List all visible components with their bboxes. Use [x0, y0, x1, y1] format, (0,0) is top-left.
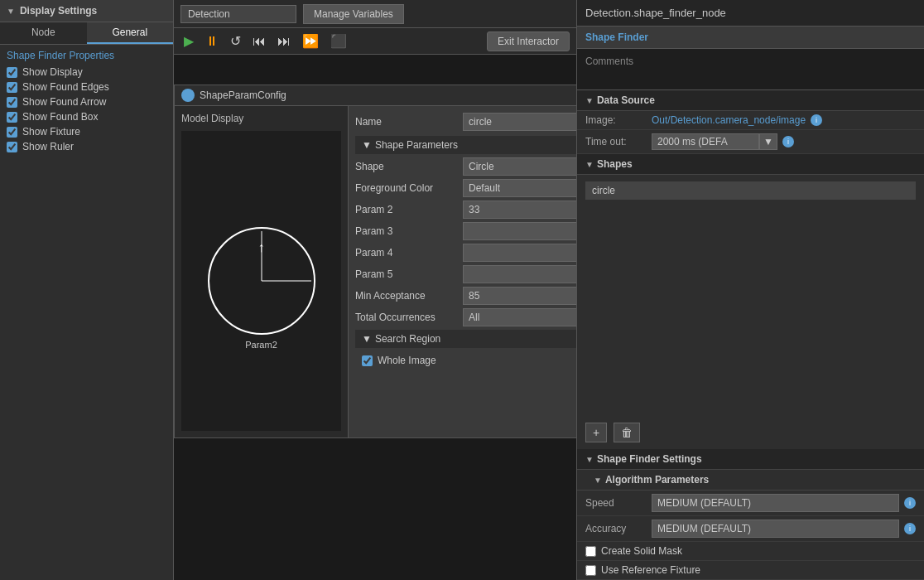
- whole-image-row: Whole Image: [355, 351, 576, 370]
- show-display-item: Show Display: [0, 65, 173, 80]
- accuracy-label: Accuracy: [585, 523, 652, 534]
- accuracy-select[interactable]: MEDIUM (DEFAULT): [652, 520, 899, 538]
- step-begin-button[interactable]: ⏮: [249, 32, 269, 51]
- shape-finder-settings-label: Shape Finder Settings: [597, 453, 702, 465]
- sidebar-tabs: Node General: [0, 22, 173, 45]
- show-found-arrow-item: Show Found Arrow: [0, 94, 173, 109]
- timeout-input[interactable]: [652, 133, 759, 150]
- record-button[interactable]: ⬛: [327, 31, 350, 51]
- timeout-select[interactable]: ▼: [759, 133, 777, 150]
- use-reference-fixture-checkbox[interactable]: [585, 565, 596, 576]
- shape-parameters-label: Shape Parameters: [375, 139, 458, 151]
- bottom-area: [174, 514, 576, 580]
- add-shape-button[interactable]: +: [585, 423, 607, 442]
- right-panel: Detection.shape_finder_node Shape Finder…: [576, 0, 924, 580]
- shape-finder-properties-label: Shape Finder Properties: [0, 45, 173, 65]
- speed-row: Speed MEDIUM (DEFAULT) i: [577, 491, 924, 516]
- delete-shape-button[interactable]: 🗑: [614, 423, 640, 442]
- sidebar-tab-node[interactable]: Node: [0, 22, 87, 44]
- step-back-button[interactable]: ⏭: [274, 32, 294, 51]
- data-source-collapse-icon: ▼: [585, 96, 594, 105]
- model-canvas: ↑ Param2: [181, 131, 341, 431]
- shape-param-dialog: ShapeParamConfig ? ✕ Model Display ↑ Par…: [174, 85, 576, 438]
- foreground-color-label: Foreground Color: [355, 182, 463, 194]
- sidebar-tab-general[interactable]: General: [87, 22, 174, 44]
- left-sidebar: ▼ Display Settings Node General Shape Fi…: [0, 0, 174, 580]
- param4-input[interactable]: [463, 244, 576, 262]
- main-content: Detection Manage Variables ▶ ⏸ ↺ ⏮ ⏭ ⏩ ⬛…: [174, 0, 576, 580]
- show-display-checkbox[interactable]: [7, 67, 17, 78]
- create-solid-mask-row: Create Solid Mask: [577, 542, 924, 561]
- step-forward-button[interactable]: ⏩: [299, 31, 322, 51]
- crosshair-vertical: [261, 231, 262, 281]
- pause-button[interactable]: ⏸: [202, 32, 222, 51]
- show-found-box-checkbox[interactable]: [7, 112, 17, 123]
- shape-parameters-section: ▼ Shape Parameters: [355, 136, 576, 154]
- timeout-info-icon: i: [782, 136, 794, 147]
- search-region-collapse-icon: ▼: [362, 333, 372, 345]
- use-reference-fixture-label: Use Reference Fixture: [601, 564, 700, 576]
- shape-select[interactable]: Circle: [463, 157, 576, 176]
- data-source-section[interactable]: ▼ Data Source: [577, 90, 924, 111]
- param4-row: Param 4 i: [355, 244, 576, 262]
- param3-label: Param 3: [355, 225, 463, 237]
- show-found-edges-checkbox[interactable]: [7, 82, 17, 93]
- shapes-section-header[interactable]: ▼ Shapes: [577, 154, 924, 175]
- param2-input[interactable]: [463, 201, 576, 219]
- model-display-label: Model Display: [181, 113, 341, 124]
- param2-label: Param 2: [355, 204, 463, 215]
- circle-preview: ↑ Param2: [208, 227, 315, 335]
- detection-select[interactable]: Detection: [180, 5, 296, 23]
- dialog-icon: [181, 89, 195, 102]
- name-input[interactable]: [463, 113, 576, 131]
- algorithm-params-section[interactable]: ▼ Algorithm Parameters: [577, 470, 924, 491]
- foreground-color-row: Foreground Color Default i: [355, 179, 576, 197]
- total-occurrences-select[interactable]: All: [463, 308, 576, 326]
- min-acceptance-row: Min Acceptance i: [355, 287, 576, 305]
- show-fixture-checkbox[interactable]: [7, 127, 17, 138]
- total-occurrences-row: Total Occurrences All i: [355, 308, 576, 326]
- shapes-actions: + 🗑: [577, 419, 924, 449]
- exit-interactor-button[interactable]: Exit Interactor: [487, 31, 570, 51]
- play-button[interactable]: ▶: [180, 31, 197, 51]
- image-field-row: Image: Out/Detection.camera_node/image i: [577, 111, 924, 130]
- shape-item-circle[interactable]: circle: [585, 181, 916, 200]
- speed-label: Speed: [585, 497, 652, 509]
- refresh-button[interactable]: ↺: [227, 31, 244, 51]
- image-link[interactable]: Out/Detection.camera_node/image: [652, 114, 806, 126]
- param3-input[interactable]: [463, 222, 576, 240]
- create-solid-mask-checkbox[interactable]: [585, 546, 596, 557]
- speed-info-icon: i: [904, 497, 916, 509]
- show-found-arrow-checkbox[interactable]: [7, 97, 17, 108]
- foreground-color-select[interactable]: Default: [463, 179, 576, 197]
- whole-image-checkbox[interactable]: [362, 355, 373, 366]
- video-area: ShapeParamConfig ? ✕ Model Display ↑ Par…: [174, 55, 576, 580]
- dialog-title: ShapeParamConfig: [200, 89, 576, 101]
- image-info-icon: i: [811, 114, 822, 126]
- whole-image-label: Whole Image: [378, 355, 436, 366]
- shapes-label: Shapes: [597, 158, 633, 170]
- shape-row: Shape Circle i: [355, 157, 576, 176]
- speed-select[interactable]: MEDIUM (DEFAULT): [652, 494, 899, 512]
- timeout-label: Time out:: [585, 136, 652, 147]
- sidebar-header-label: Display Settings: [20, 5, 97, 17]
- create-solid-mask-label: Create Solid Mask: [601, 545, 682, 557]
- use-reference-fixture-row: Use Reference Fixture: [577, 561, 924, 580]
- show-found-box-label: Show Found Box: [22, 111, 98, 123]
- manage-variables-button[interactable]: Manage Variables: [303, 4, 404, 24]
- total-occurrences-label: Total Occurrences: [355, 312, 463, 323]
- show-ruler-checkbox[interactable]: [7, 142, 17, 152]
- shape-finder-tab[interactable]: Shape Finder: [577, 27, 924, 49]
- shape-finder-settings-section[interactable]: ▼ Shape Finder Settings: [577, 449, 924, 470]
- search-region-label: Search Region: [375, 333, 440, 345]
- min-acceptance-input[interactable]: [463, 287, 576, 305]
- algorithm-params-label: Algorithm Parameters: [605, 474, 709, 486]
- name-row: Name: [355, 113, 576, 131]
- dialog-title-bar: ShapeParamConfig ? ✕: [175, 85, 576, 106]
- show-found-edges-label: Show Found Edges: [22, 81, 109, 93]
- collapse-icon: ▼: [362, 139, 372, 151]
- param5-input[interactable]: [463, 265, 576, 283]
- triangle-icon: ▼: [7, 7, 15, 16]
- accuracy-info-icon: i: [904, 523, 916, 534]
- show-fixture-label: Show Fixture: [22, 126, 80, 138]
